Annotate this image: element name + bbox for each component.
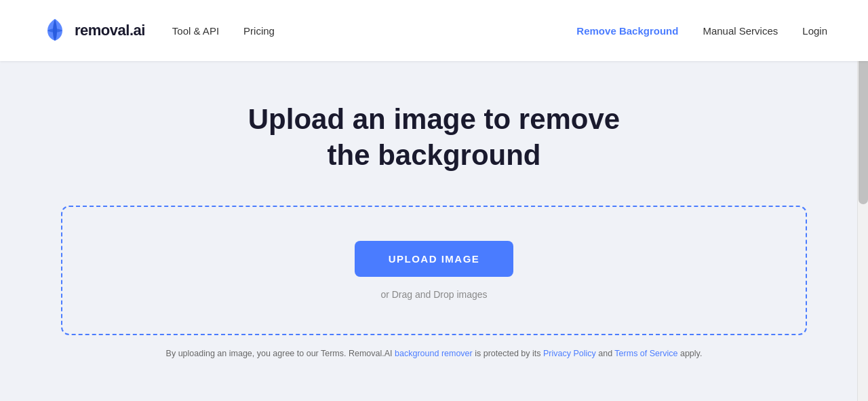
hero-title: Upload an image to remove the background	[248, 102, 620, 173]
footer-note-middle-text: is protected by its	[475, 349, 540, 358]
footer-link-privacy-policy[interactable]: Privacy Policy	[543, 349, 596, 358]
upload-image-button[interactable]: UPLOAD IMAGE	[355, 241, 514, 277]
nav-link-manual-services[interactable]: Manual Services	[703, 25, 778, 37]
logo-text: removal.ai	[75, 22, 145, 39]
nav-link-tool-api[interactable]: Tool & API	[172, 25, 219, 37]
footer-link-terms-of-service[interactable]: Terms of Service	[614, 349, 677, 358]
nav-link-login[interactable]: Login	[802, 25, 827, 37]
footer-note-and: and	[598, 349, 612, 358]
logo-link[interactable]: removal.ai	[41, 16, 145, 45]
nav-link-remove-background[interactable]: Remove Background	[576, 25, 678, 37]
drag-drop-hint: or Drag and Drop images	[380, 289, 487, 300]
footer-note: By uploading an image, you agree to our …	[166, 349, 703, 358]
footer-link-background-remover[interactable]: background remover	[395, 349, 473, 358]
footer-note-suffix: apply.	[680, 349, 702, 358]
nav-links-left: Tool & API Pricing	[172, 25, 275, 37]
hero-title-line1: Upload an image to remove	[248, 103, 620, 135]
hero-title-line2: the background	[327, 139, 540, 171]
upload-drop-zone[interactable]: UPLOAD IMAGE or Drag and Drop images	[61, 206, 807, 335]
footer-note-prefix: By uploading an image, you agree to our …	[166, 349, 393, 358]
nav-link-pricing[interactable]: Pricing	[243, 25, 275, 37]
navbar: removal.ai Tool & API Pricing Remove Bac…	[0, 0, 868, 61]
nav-links-right: Remove Background Manual Services Login	[576, 25, 827, 37]
removal-logo-icon	[41, 16, 69, 45]
main-content: Upload an image to remove the background…	[0, 61, 868, 385]
